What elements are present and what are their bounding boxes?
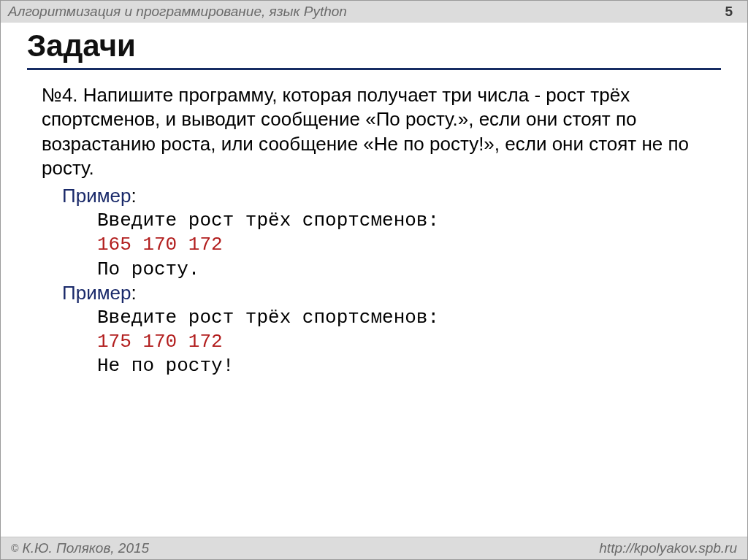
example-input: 175 170 172 [97, 330, 721, 354]
example-block-1: Пример: Введите рост трёх спортсменов: 1… [27, 185, 721, 282]
footer-url: http://kpolyakov.spb.ru [599, 540, 737, 556]
example-prompt: Введите рост трёх спортсменов: [97, 209, 721, 233]
heading-rule [27, 68, 721, 70]
header-bar: Алгоритмизация и программирование, язык … [1, 1, 747, 23]
example-block-2: Пример: Введите рост трёх спортсменов: 1… [27, 282, 721, 379]
example-prompt: Введите рост трёх спортсменов: [97, 306, 721, 330]
header-title: Алгоритмизация и программирование, язык … [8, 4, 347, 20]
example-output: Не по росту! [97, 354, 721, 378]
footer-copyright: © К.Ю. Поляков, 2015 [11, 540, 149, 556]
example-output: По росту. [97, 258, 721, 282]
task-text: №4. Напишите программу, которая получает… [42, 83, 721, 180]
example-input: 165 170 172 [97, 233, 721, 257]
copyright-symbol: © [11, 542, 18, 554]
example-label: Пример: [62, 282, 721, 304]
page-heading: Задачи [27, 28, 721, 64]
page-number: 5 [725, 4, 739, 20]
task-number: №4. [42, 84, 78, 106]
task-body: Напишите программу, которая получает три… [42, 84, 689, 179]
content: Задачи №4. Напишите программу, которая п… [1, 23, 747, 379]
example-label: Пример: [62, 185, 721, 207]
footer-bar: © К.Ю. Поляков, 2015 http://kpolyakov.sp… [1, 537, 747, 559]
